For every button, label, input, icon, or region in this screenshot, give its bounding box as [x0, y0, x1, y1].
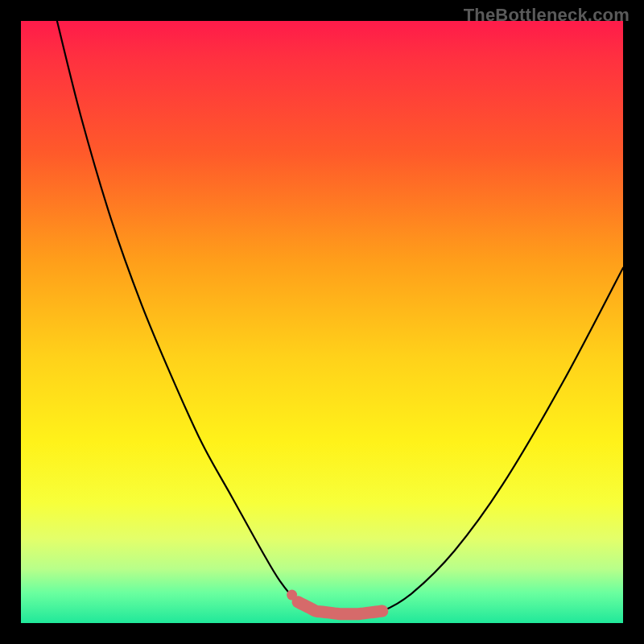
curve-svg — [21, 21, 623, 623]
optimal-range-highlight — [298, 602, 382, 614]
highlight-start-dot — [287, 590, 297, 601]
bottleneck-curve-path — [57, 21, 623, 614]
plot-area — [21, 21, 623, 623]
chart-frame: TheBottleneck.com — [0, 0, 644, 644]
